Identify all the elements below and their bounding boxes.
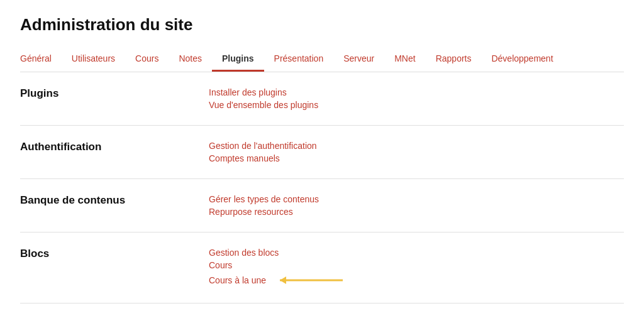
link-banque-contenus-1[interactable]: Repurpose resources <box>209 207 293 217</box>
section-row-banque-contenus: Banque de contenusGérer les types de con… <box>20 179 624 232</box>
link-plugins-1[interactable]: Vue d'ensemble des plugins <box>209 100 318 110</box>
section-title-blocs: Blocs <box>20 248 209 260</box>
section-row-blocs: BlocsGestion des blocsCoursCours à la un… <box>20 232 624 303</box>
link-authentification-0[interactable]: Gestion de l'authentification <box>209 141 317 151</box>
arrow-annotation <box>274 273 349 288</box>
link-container: Gestion des blocs <box>209 248 349 258</box>
tab-cours[interactable]: Cours <box>125 47 169 72</box>
link-container: Comptes manuels <box>209 153 317 163</box>
tab-développement[interactable]: Développement <box>481 47 563 72</box>
link-container: Installer des plugins <box>209 87 318 97</box>
link-container: Repurpose resources <box>209 207 319 217</box>
link-container: Cours <box>209 260 349 270</box>
nav-tabs: GénéralUtilisateursCoursNotesPluginsPrés… <box>20 47 624 72</box>
tab-utilisateurs[interactable]: Utilisateurs <box>62 47 125 72</box>
link-blocs-1[interactable]: Cours <box>209 260 232 270</box>
link-container: Gérer les types de contenus <box>209 194 319 204</box>
tab-serveur[interactable]: Serveur <box>333 47 384 72</box>
link-banque-contenus-0[interactable]: Gérer les types de contenus <box>209 194 319 204</box>
section-links-banque-contenus: Gérer les types de contenusRepurpose res… <box>209 194 319 217</box>
svg-marker-1 <box>280 276 286 284</box>
tab-général[interactable]: Général <box>20 47 62 72</box>
link-blocs-2[interactable]: Cours à la une <box>209 275 266 285</box>
section-title-banque-contenus: Banque de contenus <box>20 194 209 207</box>
tab-rapports[interactable]: Rapports <box>426 47 482 72</box>
tab-mnet[interactable]: MNet <box>384 47 425 72</box>
page-title: Administration du site <box>20 15 624 35</box>
page-wrapper: Administration du site GénéralUtilisateu… <box>0 0 644 319</box>
tab-plugins[interactable]: Plugins <box>212 47 264 72</box>
link-plugins-0[interactable]: Installer des plugins <box>209 87 287 97</box>
content-area: PluginsInstaller des pluginsVue d'ensemb… <box>20 72 624 303</box>
link-container: Cours à la une <box>209 273 349 288</box>
link-container: Vue d'ensemble des plugins <box>209 100 318 110</box>
section-links-plugins: Installer des pluginsVue d'ensemble des … <box>209 87 318 110</box>
tab-notes[interactable]: Notes <box>169 47 212 72</box>
section-title-authentification: Authentification <box>20 141 209 153</box>
section-row-authentification: AuthentificationGestion de l'authentific… <box>20 126 624 179</box>
tab-présentation[interactable]: Présentation <box>264 47 334 72</box>
section-links-authentification: Gestion de l'authentificationComptes man… <box>209 141 317 163</box>
section-title-plugins: Plugins <box>20 87 209 100</box>
section-links-blocs: Gestion des blocsCoursCours à la une <box>209 248 349 288</box>
link-container: Gestion de l'authentification <box>209 141 317 151</box>
link-blocs-0[interactable]: Gestion des blocs <box>209 248 279 258</box>
section-row-plugins: PluginsInstaller des pluginsVue d'ensemb… <box>20 72 624 126</box>
link-authentification-1[interactable]: Comptes manuels <box>209 153 280 163</box>
